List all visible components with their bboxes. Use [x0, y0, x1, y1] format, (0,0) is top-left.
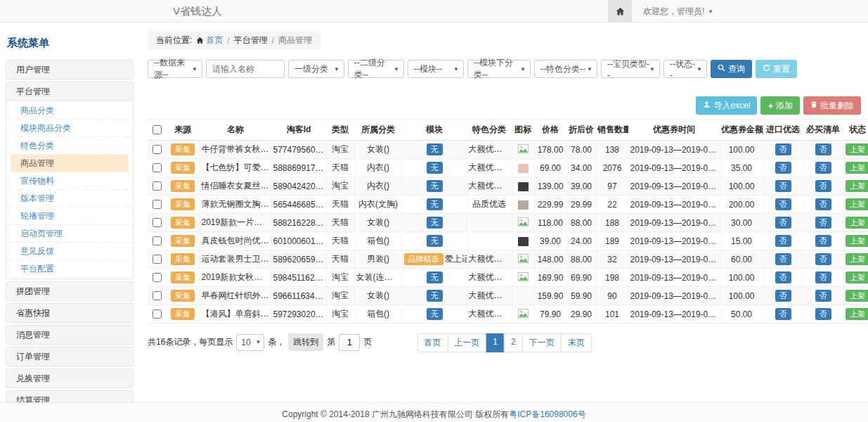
sidebar-subitem[interactable]: 轮播管理	[6, 207, 133, 225]
module-select[interactable]: --模块--▼	[408, 60, 464, 78]
pager-button[interactable]: 下一页	[522, 333, 562, 352]
cell-name[interactable]: 薄款无钢圈文胸聚拢性...	[200, 196, 271, 214]
cell-name[interactable]: 运动套装男士卫衣初秋...	[200, 250, 271, 269]
must-buy-toggle[interactable]: 否	[815, 180, 831, 192]
chevron-down-icon: ▼	[453, 66, 459, 72]
icp-link[interactable]: 粤ICP备16098006号	[509, 409, 585, 419]
sidebar-group-header[interactable]: 消息管理	[6, 326, 133, 344]
sidebar-subitem[interactable]: 启动页管理	[6, 225, 133, 243]
must-buy-toggle[interactable]: 否	[815, 235, 831, 247]
pager-button[interactable]: 2	[504, 333, 523, 352]
status-badge[interactable]: 上架	[846, 271, 868, 283]
cell-name[interactable]: 【七色纺】可爱纯棉家...	[200, 159, 271, 177]
import-select-toggle[interactable]: 否	[775, 290, 791, 302]
home-button[interactable]	[608, 0, 632, 23]
cell-name[interactable]: 牛仔背带裤女秋装减龄...	[200, 141, 271, 159]
level1-category-select[interactable]: 一级分类▼	[288, 60, 344, 78]
cell-name[interactable]: 【港风】单肩斜跨链条...	[200, 305, 271, 324]
status-badge[interactable]: 上架	[846, 235, 868, 247]
breadcrumb-section[interactable]: 平台管理	[234, 34, 268, 46]
row-checkbox[interactable]	[153, 163, 162, 172]
sidebar-group-header[interactable]: 拼团管理	[6, 282, 133, 300]
import-excel-button[interactable]: 导入excel	[696, 96, 757, 115]
jump-button[interactable]: 跳转到	[288, 333, 323, 351]
import-select-toggle[interactable]: 否	[775, 198, 791, 210]
import-select-toggle[interactable]: 否	[775, 308, 791, 320]
status-badge[interactable]: 上架	[846, 162, 868, 174]
sidebar-subitem[interactable]: 意见反馈	[6, 243, 133, 260]
cell-name[interactable]: 2019新款女秋薄款...	[200, 269, 271, 287]
row-checkbox[interactable]	[153, 200, 162, 209]
import-select-toggle[interactable]: 否	[775, 143, 791, 155]
pager-button[interactable]: 1	[486, 333, 505, 352]
sidebar-subitem[interactable]: 宣传物料	[6, 172, 133, 190]
status-badge[interactable]: 上架	[846, 143, 868, 155]
module-subcategory-select[interactable]: --模块下分类--▼	[467, 60, 531, 78]
cell-name[interactable]: 早春网红针织外套女春...	[200, 287, 271, 305]
row-checkbox[interactable]	[153, 218, 162, 227]
cell-name[interactable]: 情侣睡衣女夏丝绸男士...	[200, 177, 271, 196]
cell-icon	[512, 287, 534, 305]
row-checkbox[interactable]	[153, 236, 162, 245]
must-buy-toggle[interactable]: 否	[815, 162, 831, 174]
status-select[interactable]: --状态--▼	[663, 60, 707, 78]
row-checkbox-cell	[148, 287, 166, 305]
name-search-input[interactable]	[206, 60, 285, 78]
import-select-toggle[interactable]: 否	[775, 253, 791, 265]
add-button[interactable]: + 添加	[760, 96, 800, 115]
row-checkbox[interactable]	[153, 145, 162, 154]
pager-button[interactable]: 首页	[417, 333, 448, 352]
import-select-toggle[interactable]: 否	[775, 180, 791, 192]
reset-button[interactable]: 重置	[756, 60, 797, 78]
row-checkbox[interactable]	[153, 255, 162, 264]
import-select-toggle[interactable]: 否	[775, 162, 791, 174]
status-badge[interactable]: 上架	[846, 290, 868, 302]
sidebar-group-header[interactable]: 省惠快报	[6, 304, 133, 322]
row-checkbox[interactable]	[153, 181, 162, 191]
must-buy-toggle[interactable]: 否	[815, 217, 831, 229]
sidebar-subitem[interactable]: 版本管理	[6, 190, 133, 207]
import-select-toggle[interactable]: 否	[775, 271, 791, 283]
data-source-select[interactable]: --数据来源--▼	[148, 60, 202, 78]
sidebar-subitem[interactable]: 模块商品分类	[6, 120, 133, 137]
cell-name[interactable]: 2019新款一片式系...	[200, 214, 271, 232]
status-badge[interactable]: 上架	[846, 217, 868, 229]
sidebar: 系统菜单 用户管理平台管理商品分类模块商品分类特色分类商品管理宣传物料版本管理轮…	[6, 31, 134, 412]
select-all-checkbox[interactable]	[153, 125, 162, 134]
must-buy-toggle[interactable]: 否	[815, 308, 831, 320]
must-buy-toggle[interactable]: 否	[815, 198, 831, 210]
must-buy-toggle[interactable]: 否	[815, 143, 831, 155]
pager-button[interactable]: 上一页	[447, 333, 486, 352]
cell-name[interactable]: 真皮钱包时尚优雅女士...	[200, 232, 271, 250]
must-buy-toggle[interactable]: 否	[815, 271, 831, 283]
user-menu[interactable]: 欢迎您，管理员! ▼	[643, 6, 713, 18]
sidebar-subitem[interactable]: 商品分类	[6, 102, 133, 120]
sidebar-subitem[interactable]: 商品管理	[11, 155, 129, 172]
per-page-select[interactable]: 10▼	[236, 334, 264, 351]
status-badge[interactable]: 上架	[846, 180, 868, 192]
import-select-toggle[interactable]: 否	[775, 235, 791, 247]
batch-delete-button[interactable]: 批量删除	[803, 96, 861, 115]
row-checkbox[interactable]	[153, 291, 162, 300]
search-button[interactable]: 查询	[711, 60, 752, 78]
sidebar-group-header[interactable]: 用户管理	[6, 60, 133, 79]
must-buy-toggle[interactable]: 否	[815, 290, 831, 302]
sidebar-subitem[interactable]: 平台配置	[6, 260, 133, 278]
must-buy-toggle[interactable]: 否	[815, 253, 831, 265]
import-select-toggle[interactable]: 否	[775, 217, 791, 229]
status-badge[interactable]: 上架	[846, 308, 868, 320]
sidebar-subitem[interactable]: 特色分类	[6, 137, 133, 155]
page-number-input[interactable]	[339, 334, 360, 351]
row-checkbox[interactable]	[153, 309, 162, 319]
sidebar-group-header[interactable]: 订单管理	[6, 347, 133, 366]
row-checkbox[interactable]	[153, 273, 162, 282]
pager-button[interactable]: 末页	[561, 333, 592, 352]
sidebar-group-header[interactable]: 兑换管理	[6, 369, 133, 388]
status-badge[interactable]: 上架	[846, 253, 868, 265]
sidebar-group-header[interactable]: 平台管理	[6, 82, 133, 101]
breadcrumb-home-link[interactable]: 首页	[196, 34, 223, 46]
level2-category-select[interactable]: --二级分类--▼	[348, 60, 404, 78]
feature-category-select[interactable]: --特色分类--▼	[534, 60, 597, 78]
status-badge[interactable]: 上架	[846, 198, 868, 210]
item-type-select[interactable]: --宝贝类型--▼	[601, 60, 660, 78]
